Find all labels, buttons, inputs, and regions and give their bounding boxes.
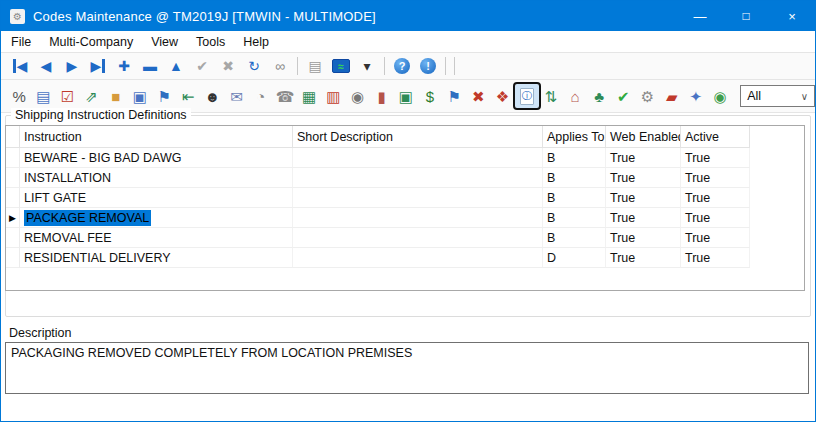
camera-icon[interactable]: ◉ [345, 84, 369, 108]
sort-icon[interactable]: ⇅ [539, 84, 563, 108]
table-row[interactable]: REMOVAL FEEBTrueTrue [6, 228, 804, 248]
menu-item-help[interactable]: Help [234, 33, 278, 51]
cell-short-description[interactable] [293, 248, 543, 268]
cell-short-description[interactable] [293, 148, 543, 168]
help-icon[interactable]: ? [389, 55, 415, 77]
cell-instruction[interactable]: PACKAGE REMOVAL [20, 208, 293, 228]
shipping-instructions-grid[interactable]: InstructionShort DescriptionApplies ToWe… [5, 125, 805, 291]
gauge-icon[interactable]: ◔ [249, 84, 273, 108]
sort-icon: ⇅ [545, 89, 558, 104]
cell-web-enabled[interactable]: True [606, 148, 681, 168]
driver-person-icon[interactable]: ☻ [200, 84, 224, 108]
percent-icon[interactable]: % [7, 84, 31, 108]
import-card-icon[interactable]: ⇤ [176, 84, 200, 108]
next-record-icon[interactable]: ▶ [59, 55, 85, 77]
cell-instruction[interactable]: INSTALLATION [20, 168, 293, 188]
cell-web-enabled[interactable]: True [606, 188, 681, 208]
table-row[interactable]: LIFT GATEBTrueTrue [6, 188, 804, 208]
table-row[interactable]: INSTALLATIONBTrueTrue [6, 168, 804, 188]
previous-record-icon[interactable]: ◀ [33, 55, 59, 77]
table-row[interactable]: RESIDENTIAL DELIVERYDTrueTrue [6, 248, 804, 268]
delete-record-icon[interactable]: ▬ [137, 55, 163, 77]
cell-active[interactable]: True [681, 188, 750, 208]
copy-check-icon[interactable]: ▣ [128, 84, 152, 108]
globe-icon[interactable]: ◉ [708, 84, 732, 108]
cell-active[interactable]: True [681, 148, 750, 168]
add-record-icon[interactable]: ✚ [111, 55, 137, 77]
close-button[interactable]: × [769, 1, 815, 31]
menu-item-file[interactable]: File [1, 33, 40, 51]
phone-icon[interactable]: ☎ [273, 84, 297, 108]
find-binoculars-icon[interactable]: ∞ [267, 55, 293, 77]
first-record-icon[interactable]: ◀ [7, 55, 33, 77]
cell-short-description[interactable] [293, 208, 543, 228]
cargo-check-icon[interactable]: ▣ [394, 84, 418, 108]
refresh-icon[interactable]: ↻ [241, 55, 267, 77]
cell-instruction[interactable]: REMOVAL FEE [20, 228, 293, 248]
cell-instruction[interactable]: RESIDENTIAL DELIVERY [20, 248, 293, 268]
cell-active[interactable]: True [681, 228, 750, 248]
cell-short-description[interactable] [293, 228, 543, 248]
top-of-list-icon[interactable]: ▲ [163, 55, 189, 77]
cell-short-description[interactable] [293, 168, 543, 188]
table-row[interactable]: BEWARE - BIG BAD DAWGBTrueTrue [6, 148, 804, 168]
package-icon[interactable]: ■ [104, 84, 128, 108]
truck-icon[interactable]: ▮ [370, 84, 394, 108]
cell-web-enabled[interactable]: True [606, 248, 681, 268]
menu-item-multi-company[interactable]: Multi-Company [40, 33, 142, 51]
org-chart-icon[interactable]: ▦ [297, 84, 321, 108]
print-icon[interactable]: ▤ [302, 55, 328, 77]
network-nodes-icon[interactable]: ❖ [490, 84, 514, 108]
flag-blue-icon[interactable]: ⚑ [442, 84, 466, 108]
cell-applies-to[interactable]: B [543, 208, 606, 228]
cell-short-description[interactable] [293, 188, 543, 208]
cell-applies-to[interactable]: B [543, 148, 606, 168]
cell-instruction[interactable]: LIFT GATE [20, 188, 293, 208]
cancel-icon[interactable]: ✖ [215, 55, 241, 77]
cell-active[interactable]: True [681, 248, 750, 268]
cell-active[interactable]: True [681, 208, 750, 228]
cell-web-enabled[interactable]: True [606, 228, 681, 248]
save-icon[interactable]: ✔ [189, 55, 215, 77]
column-header-instruction[interactable]: Instruction [20, 126, 293, 148]
compass-star-icon[interactable]: ✦ [684, 84, 708, 108]
calendar-icon[interactable]: ▥ [321, 84, 345, 108]
car-icon[interactable]: ▰ [660, 84, 684, 108]
home-icon[interactable]: ⌂ [563, 84, 587, 108]
cell-active[interactable]: True [681, 168, 750, 188]
mail-check-icon[interactable]: ✉ [225, 84, 249, 108]
notes-document-icon[interactable]: ▤ [31, 84, 55, 108]
monitor-dropdown-caret-icon[interactable]: ▾ [354, 55, 380, 77]
column-header-web-enabled[interactable]: Web Enabled [606, 126, 681, 148]
checklist-icon[interactable]: ☑ [55, 84, 79, 108]
last-record-icon[interactable]: ▶ [85, 55, 111, 77]
filter-dropdown[interactable]: All∨ [740, 85, 815, 107]
shipping-instructions-icon[interactable]: ⓘ [515, 84, 539, 108]
menu-item-tools[interactable]: Tools [187, 33, 234, 51]
terminal-monitor-icon[interactable]: ≈ [328, 55, 354, 77]
description-textbox[interactable]: PACKAGING REMOVED COMPLETELY FROM LOCATI… [5, 342, 809, 394]
maximize-button[interactable]: □ [723, 1, 769, 31]
title-bar: ⚙ Codes Maintenance @ TM2019J [TMWIN - M… [1, 1, 815, 31]
cell-instruction[interactable]: BEWARE - BIG BAD DAWG [20, 148, 293, 168]
cell-web-enabled[interactable]: True [606, 208, 681, 228]
column-header-active[interactable]: Active [681, 126, 750, 148]
flag-icon[interactable]: ⚑ [152, 84, 176, 108]
cell-applies-to[interactable]: B [543, 188, 606, 208]
gears-icon[interactable]: ⚙ [635, 84, 659, 108]
cell-applies-to[interactable]: B [543, 228, 606, 248]
table-row[interactable]: ▶PACKAGE REMOVALBTrueTrue [6, 208, 804, 228]
tree-icon[interactable]: ♣ [587, 84, 611, 108]
chart-arrow-icon[interactable]: ⇗ [80, 84, 104, 108]
column-header-applies-to[interactable]: Applies To [543, 126, 606, 148]
menu-item-view[interactable]: View [142, 33, 187, 51]
about-icon[interactable]: ! [415, 55, 441, 77]
invoice-dollar-icon[interactable]: $ [418, 84, 442, 108]
cell-applies-to[interactable]: D [543, 248, 606, 268]
minimize-button[interactable]: — [677, 1, 723, 31]
cell-web-enabled[interactable]: True [606, 168, 681, 188]
network-delete-icon[interactable]: ✖ [466, 84, 490, 108]
cell-applies-to[interactable]: B [543, 168, 606, 188]
column-header-short-description[interactable]: Short Description [293, 126, 543, 148]
approve-check-icon[interactable]: ✔ [611, 84, 635, 108]
